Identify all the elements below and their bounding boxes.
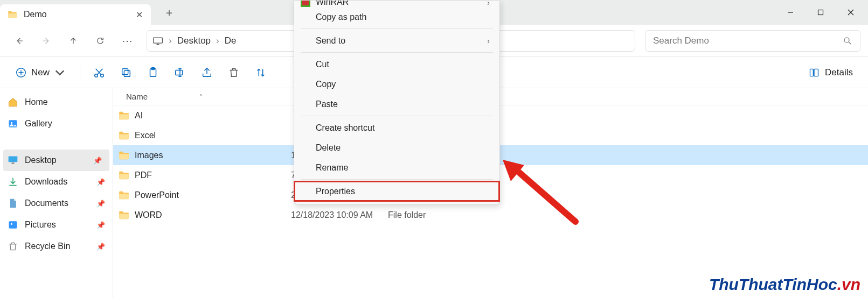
gallery-icon [8,118,18,129]
sidebar-item-desktop[interactable]: Desktop 📌 [3,150,109,171]
ctx-paste[interactable]: Paste [294,94,499,114]
window-controls [775,0,866,25]
svg-rect-27 [12,162,15,164]
chevron-right-icon: › [487,1,490,7]
recycle-bin-icon [8,241,18,252]
chevron-right-icon: › [487,37,490,45]
search-input[interactable]: Search Demo [645,30,860,52]
chevron-down-icon [54,67,66,79]
folder-icon [119,211,129,219]
ctx-properties[interactable]: Properties [294,181,499,201]
navigation-pane: Home Gallery Desktop 📌 Downloads 📌 Docum… [0,88,113,298]
svg-rect-22 [810,69,814,76]
folder-icon [8,11,17,18]
file-row[interactable]: WORD 12/18/2023 10:09 AM File folder [113,205,868,225]
forward-button[interactable] [34,29,58,53]
sidebar-label: Recycle Bin [25,242,70,251]
new-button[interactable]: New [9,62,72,83]
pin-icon: 📌 [96,178,105,186]
winrar-icon [301,1,310,7]
plus-circle-icon [15,67,27,79]
copy-icon [120,67,132,79]
column-name[interactable]: Name ˄ [113,92,291,101]
crumb-current[interactable]: De [225,36,237,46]
sort-icon [255,67,267,79]
minimize-button[interactable] [775,0,805,25]
watermark: ThuThuatTinHoc.vn [709,275,860,294]
folder-icon [119,111,129,120]
share-icon [201,67,213,79]
back-button[interactable] [8,29,31,53]
sidebar-label: Desktop [25,155,57,165]
svg-rect-17 [122,68,128,74]
search-placeholder: Search Demo [653,36,843,46]
tab-demo[interactable]: Demo ✕ [0,4,151,25]
monitor-icon [152,37,163,45]
paste-button[interactable] [142,62,164,83]
svg-rect-20 [176,70,183,75]
sort-button[interactable] [249,62,272,83]
chevron-right-icon: › [216,36,219,46]
svg-rect-16 [124,70,130,76]
more-button[interactable]: ⋯ [115,29,139,53]
separator [301,52,493,53]
maximize-button[interactable] [805,0,836,25]
sidebar-item-gallery[interactable]: Gallery [0,113,113,134]
sidebar-label: Documents [25,198,68,208]
folder-icon [119,131,129,140]
ctx-send-to[interactable]: Send to› [294,31,499,51]
chevron-right-icon: › [169,36,172,46]
rename-button[interactable] [169,62,191,83]
desktop-icon [8,155,18,166]
copy-button[interactable] [115,62,137,83]
home-icon [8,97,18,108]
sidebar-item-pictures[interactable]: Pictures 📌 [0,214,113,236]
svg-rect-31 [302,1,309,5]
sidebar-item-recycle-bin[interactable]: Recycle Bin 📌 [0,236,113,257]
sidebar-label: Downloads [25,177,67,187]
details-view-button[interactable]: Details [802,62,859,83]
svg-rect-23 [814,69,818,76]
new-label: New [31,67,50,78]
file-type: File folder [388,210,485,220]
cut-button[interactable] [88,62,110,83]
pin-icon: 📌 [93,157,102,165]
up-button[interactable] [61,29,85,53]
ctx-winrar[interactable]: WinRAR › [294,1,499,7]
cut-icon [93,67,105,79]
ctx-rename[interactable]: Rename [294,158,499,178]
pin-icon: 📌 [96,200,105,208]
close-window-button[interactable] [836,0,866,25]
separator [80,65,80,80]
refresh-button[interactable] [88,29,112,53]
rename-icon [174,67,186,79]
svg-rect-26 [9,157,18,162]
sidebar-label: Gallery [25,119,52,129]
ctx-delete[interactable]: Delete [294,138,499,158]
sidebar-item-documents[interactable]: Documents 📌 [0,193,113,214]
context-menu: WinRAR › Copy as path Send to› Cut Copy … [294,0,500,205]
trash-icon [228,67,240,79]
ctx-cut[interactable]: Cut [294,54,499,74]
delete-button[interactable] [223,62,245,83]
ctx-create-shortcut[interactable]: Create shortcut [294,118,499,138]
crumb-desktop[interactable]: Desktop [177,36,211,46]
sidebar-item-downloads[interactable]: Downloads 📌 [0,171,113,193]
pin-icon: 📌 [96,221,105,229]
sort-asc-icon: ˄ [199,94,203,101]
paste-icon [147,67,159,79]
file-date: 12/18/2023 10:09 AM [291,210,388,220]
close-tab-icon[interactable]: ✕ [135,10,143,20]
ctx-copy-as-path[interactable]: Copy as path [294,7,499,27]
sidebar-label: Home [25,97,48,107]
share-button[interactable] [196,62,218,83]
ctx-copy[interactable]: Copy [294,74,499,94]
tab-title: Demo [24,10,128,19]
sidebar-item-home[interactable]: Home [0,91,113,113]
file-name: AI [135,111,143,120]
svg-point-25 [11,122,12,124]
new-tab-button[interactable]: ＋ [157,2,181,23]
pin-icon: 📌 [96,243,105,251]
file-name: PDF [135,171,152,180]
folder-icon [119,151,129,160]
